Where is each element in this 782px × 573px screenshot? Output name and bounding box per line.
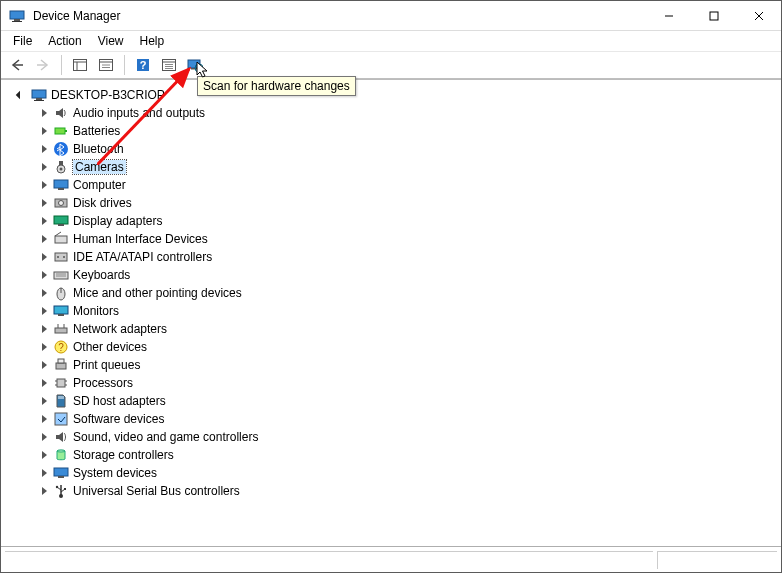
hid-icon bbox=[53, 231, 69, 247]
tree-item-label[interactable]: Display adapters bbox=[73, 214, 162, 228]
tree-item-label[interactable]: Other devices bbox=[73, 340, 147, 354]
tree-item[interactable]: Mice and other pointing devices bbox=[11, 284, 779, 302]
expander-icon[interactable] bbox=[37, 376, 51, 390]
tree-item[interactable]: System devices bbox=[11, 464, 779, 482]
tree-item-label[interactable]: Storage controllers bbox=[73, 448, 174, 462]
expander-icon[interactable] bbox=[37, 196, 51, 210]
expander-icon[interactable] bbox=[37, 430, 51, 444]
tree-item[interactable]: Monitors bbox=[11, 302, 779, 320]
tree-item[interactable]: Bluetooth bbox=[11, 140, 779, 158]
tree-item-label[interactable]: Batteries bbox=[73, 124, 120, 138]
tree-item[interactable]: ?Other devices bbox=[11, 338, 779, 356]
tree-item[interactable]: Disk drives bbox=[11, 194, 779, 212]
menu-action[interactable]: Action bbox=[40, 32, 89, 50]
tree-item[interactable]: Batteries bbox=[11, 122, 779, 140]
expander-icon[interactable] bbox=[37, 412, 51, 426]
expander-icon[interactable] bbox=[15, 88, 29, 102]
expander-icon[interactable] bbox=[37, 466, 51, 480]
tree-item-label[interactable]: Processors bbox=[73, 376, 133, 390]
expander-icon[interactable] bbox=[37, 142, 51, 156]
tree-item-label[interactable]: Print queues bbox=[73, 358, 140, 372]
tree-item-label[interactable]: Human Interface Devices bbox=[73, 232, 208, 246]
expander-icon[interactable] bbox=[37, 484, 51, 498]
tree-item-label[interactable]: Network adapters bbox=[73, 322, 167, 336]
scan-hardware-button[interactable] bbox=[183, 53, 207, 77]
tree-item[interactable]: Human Interface Devices bbox=[11, 230, 779, 248]
help-button[interactable]: ? bbox=[131, 53, 155, 77]
tree-item[interactable]: Universal Serial Bus controllers bbox=[11, 482, 779, 500]
network-icon bbox=[53, 321, 69, 337]
tree-item[interactable]: Keyboards bbox=[11, 266, 779, 284]
tree-root-label[interactable]: DESKTOP-B3CRIOP bbox=[51, 88, 165, 102]
tree-item[interactable]: Audio inputs and outputs bbox=[11, 104, 779, 122]
expander-icon[interactable] bbox=[37, 124, 51, 138]
tree-item-label[interactable]: System devices bbox=[73, 466, 157, 480]
forward-button[interactable] bbox=[31, 53, 55, 77]
tree-item-label[interactable]: Audio inputs and outputs bbox=[73, 106, 205, 120]
expander-icon[interactable] bbox=[37, 178, 51, 192]
actions-button[interactable] bbox=[157, 53, 181, 77]
tree-item-label[interactable]: IDE ATA/ATAPI controllers bbox=[73, 250, 212, 264]
separator bbox=[61, 55, 62, 75]
tree-item-label[interactable]: Mice and other pointing devices bbox=[73, 286, 242, 300]
device-tree[interactable]: DESKTOP-B3CRIOPAudio inputs and outputsB… bbox=[3, 82, 779, 500]
tree-item-label[interactable]: SD host adapters bbox=[73, 394, 166, 408]
expander-icon[interactable] bbox=[37, 322, 51, 336]
tooltip: Scan for hardware changes bbox=[197, 76, 356, 96]
expander-icon[interactable] bbox=[37, 250, 51, 264]
tree-item-label[interactable]: Cameras bbox=[73, 160, 126, 174]
camera-icon bbox=[53, 159, 69, 175]
svg-rect-61 bbox=[58, 359, 64, 363]
tree-item[interactable]: Software devices bbox=[11, 410, 779, 428]
display-icon bbox=[53, 213, 69, 229]
tree-item-label[interactable]: Sound, video and game controllers bbox=[73, 430, 258, 444]
expander-icon[interactable] bbox=[37, 232, 51, 246]
tree-item[interactable]: Display adapters bbox=[11, 212, 779, 230]
separator bbox=[124, 55, 125, 75]
expander-icon[interactable] bbox=[37, 448, 51, 462]
expander-icon[interactable] bbox=[37, 214, 51, 228]
properties-button[interactable] bbox=[94, 53, 118, 77]
tree-item[interactable]: Cameras bbox=[11, 158, 779, 176]
back-button[interactable] bbox=[5, 53, 29, 77]
svg-line-44 bbox=[55, 232, 61, 236]
svg-rect-36 bbox=[59, 161, 63, 165]
tree-item[interactable]: Storage controllers bbox=[11, 446, 779, 464]
expander-icon[interactable] bbox=[37, 286, 51, 300]
expander-icon[interactable] bbox=[37, 394, 51, 408]
close-button[interactable] bbox=[736, 1, 781, 31]
tree-item-label[interactable]: Computer bbox=[73, 178, 126, 192]
expander-icon[interactable] bbox=[37, 304, 51, 318]
tree-item-label[interactable]: Universal Serial Bus controllers bbox=[73, 484, 240, 498]
computer-icon bbox=[31, 87, 47, 103]
monitor-icon bbox=[53, 303, 69, 319]
tree-item-label[interactable]: Software devices bbox=[73, 412, 164, 426]
tree-item[interactable]: IDE ATA/ATAPI controllers bbox=[11, 248, 779, 266]
svg-rect-4 bbox=[710, 12, 718, 20]
menu-help[interactable]: Help bbox=[132, 32, 173, 50]
svg-rect-28 bbox=[32, 90, 46, 98]
audio-icon bbox=[53, 105, 69, 121]
expander-icon[interactable] bbox=[37, 268, 51, 282]
expander-icon[interactable] bbox=[37, 160, 51, 174]
expander-icon[interactable] bbox=[37, 340, 51, 354]
tree-item[interactable]: Sound, video and game controllers bbox=[11, 428, 779, 446]
tree-item[interactable]: SD host adapters bbox=[11, 392, 779, 410]
menu-view[interactable]: View bbox=[90, 32, 132, 50]
tree-item-label[interactable]: Monitors bbox=[73, 304, 119, 318]
tree-item-label[interactable]: Disk drives bbox=[73, 196, 132, 210]
menu-file[interactable]: File bbox=[5, 32, 40, 50]
expander-icon[interactable] bbox=[37, 106, 51, 120]
tree-item[interactable]: Network adapters bbox=[11, 320, 779, 338]
tree-item-label[interactable]: Keyboards bbox=[73, 268, 130, 282]
tree-item-label[interactable]: Bluetooth bbox=[73, 142, 124, 156]
maximize-button[interactable] bbox=[691, 1, 736, 31]
tree-item[interactable]: Computer bbox=[11, 176, 779, 194]
tree-item[interactable]: Processors bbox=[11, 374, 779, 392]
tree-item[interactable]: Print queues bbox=[11, 356, 779, 374]
other-icon: ? bbox=[53, 339, 69, 355]
show-hide-console-button[interactable] bbox=[68, 53, 92, 77]
minimize-button[interactable] bbox=[646, 1, 691, 31]
expander-icon[interactable] bbox=[37, 358, 51, 372]
menubar: File Action View Help bbox=[1, 31, 781, 51]
